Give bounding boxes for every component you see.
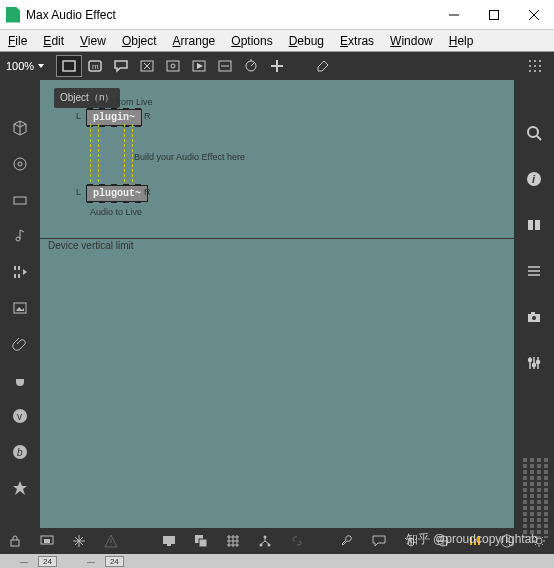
- audio-to-label: Audio to Live: [90, 207, 142, 217]
- menu-window[interactable]: Window: [390, 34, 433, 48]
- new-button-button[interactable]: [186, 55, 212, 77]
- new-number-button[interactable]: [212, 55, 238, 77]
- svg-point-11: [171, 64, 175, 68]
- wrench-icon[interactable]: [338, 532, 356, 550]
- attach-icon[interactable]: [10, 334, 30, 354]
- svg-point-45: [528, 127, 538, 137]
- svg-point-53: [532, 316, 536, 320]
- grid-button[interactable]: [522, 55, 548, 77]
- patch-cable-l[interactable]: [90, 124, 91, 182]
- chat-icon[interactable]: [370, 532, 388, 550]
- patch-cable-r2[interactable]: [132, 124, 133, 182]
- svg-rect-63: [44, 539, 50, 543]
- audio-on-icon[interactable]: [466, 532, 484, 550]
- svg-line-96: [507, 541, 510, 543]
- new-comment-button[interactable]: [108, 55, 134, 77]
- svg-rect-35: [14, 274, 16, 278]
- target-icon[interactable]: [10, 154, 30, 174]
- svg-rect-32: [14, 197, 26, 204]
- new-bang-button[interactable]: [134, 55, 160, 77]
- menu-options[interactable]: Options: [231, 34, 272, 48]
- svg-point-30: [14, 158, 26, 170]
- plugout-l-label: L: [76, 187, 81, 197]
- plugout-object[interactable]: plugout~: [86, 185, 148, 202]
- menu-view[interactable]: View: [80, 34, 106, 48]
- menu-extras[interactable]: Extras: [340, 34, 374, 48]
- extra-val-1: 24: [38, 556, 57, 567]
- image-icon[interactable]: [10, 298, 30, 318]
- star-icon[interactable]: [10, 478, 30, 498]
- menu-file[interactable]: File: [8, 34, 27, 48]
- svg-rect-4: [63, 61, 75, 71]
- cube-icon[interactable]: [10, 118, 30, 138]
- link-icon[interactable]: [288, 532, 306, 550]
- warning-icon[interactable]: [102, 532, 120, 550]
- menu-debug[interactable]: Debug: [289, 34, 324, 48]
- note-icon[interactable]: [10, 226, 30, 246]
- svg-line-86: [405, 538, 407, 540]
- menu-object[interactable]: Object: [122, 34, 157, 48]
- extra-val-2: 24: [105, 556, 124, 567]
- svg-rect-34: [18, 266, 20, 270]
- presentation-icon[interactable]: [38, 532, 56, 550]
- patch-cable-r[interactable]: [124, 124, 125, 182]
- svg-rect-61: [11, 540, 19, 546]
- plugin-l-label: L: [76, 111, 81, 121]
- sequence-icon[interactable]: [10, 262, 30, 282]
- book-icon[interactable]: [525, 216, 543, 234]
- svg-rect-33: [14, 266, 16, 270]
- svg-point-28: [534, 70, 536, 72]
- level-meters: [523, 458, 548, 538]
- minimize-button[interactable]: [434, 0, 474, 29]
- svg-point-25: [534, 65, 536, 67]
- new-message-button[interactable]: m: [82, 55, 108, 77]
- probe-icon[interactable]: [434, 532, 452, 550]
- svg-point-70: [111, 545, 112, 546]
- main-area: v b Object（n） Audio from Live L plugin~ …: [0, 80, 554, 528]
- b-circle-icon[interactable]: b: [10, 442, 30, 462]
- window-controls: [434, 0, 554, 29]
- hierarchy-icon[interactable]: [256, 532, 274, 550]
- sliders-icon[interactable]: [525, 354, 543, 372]
- menu-help[interactable]: Help: [449, 34, 474, 48]
- new-slider-button[interactable]: [238, 55, 264, 77]
- top-toolbar: 100% m: [0, 52, 554, 80]
- layers-icon[interactable]: [192, 532, 210, 550]
- info-icon[interactable]: i: [525, 170, 543, 188]
- close-button[interactable]: [514, 0, 554, 29]
- screen-icon[interactable]: [160, 532, 178, 550]
- svg-line-103: [542, 544, 543, 545]
- svg-line-87: [415, 538, 417, 540]
- v-circle-icon[interactable]: v: [10, 406, 30, 426]
- zoom-dropdown[interactable]: 100%: [6, 60, 44, 72]
- lock-icon[interactable]: [6, 532, 24, 550]
- patcher-canvas[interactable]: Object（n） Audio from Live L plugin~ R Bu…: [40, 80, 514, 528]
- clock-icon[interactable]: [498, 532, 516, 550]
- title-bar: Max Audio Effect: [0, 0, 554, 30]
- list-icon[interactable]: [525, 262, 543, 280]
- paint-button[interactable]: [310, 55, 336, 77]
- svg-rect-54: [531, 312, 535, 314]
- svg-point-21: [529, 60, 531, 62]
- plugin-object[interactable]: plugin~: [86, 109, 142, 126]
- svg-point-60: [537, 361, 540, 364]
- patch-cable-l2[interactable]: [98, 124, 99, 182]
- svg-marker-37: [23, 269, 27, 275]
- menu-edit[interactable]: Edit: [43, 34, 64, 48]
- svg-line-17: [251, 63, 254, 66]
- camera-icon[interactable]: [525, 308, 543, 326]
- new-toggle-button[interactable]: [160, 55, 186, 77]
- snowflake-icon[interactable]: [70, 532, 88, 550]
- grid-toggle-icon[interactable]: [224, 532, 242, 550]
- svg-rect-91: [470, 537, 472, 545]
- menu-arrange[interactable]: Arrange: [173, 34, 216, 48]
- search-icon[interactable]: [525, 124, 543, 142]
- meter-bar: [537, 458, 541, 538]
- device-icon[interactable]: [10, 190, 30, 210]
- new-object-button[interactable]: [56, 55, 82, 77]
- maximize-button[interactable]: [474, 0, 514, 29]
- plug-icon[interactable]: [10, 370, 30, 390]
- bug-icon[interactable]: [402, 532, 420, 550]
- add-button[interactable]: [264, 55, 290, 77]
- svg-rect-1: [490, 10, 499, 19]
